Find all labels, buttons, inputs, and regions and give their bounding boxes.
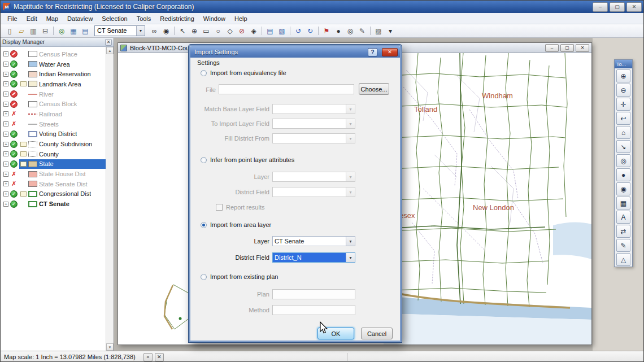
layer-hidden-x-icon[interactable]: ✗	[10, 120, 18, 128]
to-import-layer-field-combo[interactable]: ▾	[272, 119, 355, 129]
layer-hidden-x-icon[interactable]: ✗	[10, 171, 18, 178]
layer-row[interactable]: +✓Landmark Area	[1, 79, 106, 89]
layer-row[interactable]: +✓County	[1, 149, 106, 159]
display-manager-header[interactable]: Display Manager ✕	[1, 38, 114, 47]
layer-visible-check-icon[interactable]: ✓	[10, 141, 18, 148]
layer-row[interactable]: +✓Indian Reservation	[1, 69, 106, 79]
menu-selection[interactable]: Selection	[97, 14, 132, 24]
map-minimize-button[interactable]: –	[545, 44, 559, 52]
map-wizard-icon[interactable]: ◎	[56, 25, 67, 37]
menu-window[interactable]: Window	[199, 14, 230, 24]
clear-selection-icon[interactable]: ⊘	[236, 25, 247, 37]
expand-icon[interactable]: +	[3, 202, 8, 207]
layer-tree-scrollbar[interactable]: ▲ ▼	[106, 47, 114, 351]
minimize-button[interactable]: –	[593, 2, 608, 12]
map-restore-button[interactable]: ▢	[560, 44, 574, 52]
print-icon[interactable]: ⊟	[40, 25, 51, 37]
menu-edit[interactable]: Edit	[22, 14, 42, 24]
os-titlebar[interactable]: M Maptitude for Redistricting (Licensed …	[1, 1, 644, 13]
expand-icon[interactable]: +	[3, 142, 8, 147]
radio-import-from-area-layer[interactable]: Import from area layer	[201, 221, 271, 228]
display-manager-icon[interactable]: ▤	[80, 25, 91, 37]
close-button[interactable]: ✕	[626, 2, 642, 12]
save-icon[interactable]: ▥	[28, 25, 39, 37]
area-tool-icon[interactable]: △	[616, 253, 630, 266]
layer-scale-hidden-icon[interactable]	[10, 101, 18, 108]
zoom-in-tool-icon[interactable]: ⊕	[616, 69, 630, 82]
expand-icon[interactable]: +	[3, 132, 8, 137]
undo-icon[interactable]: ↺	[293, 25, 304, 37]
new-map-icon[interactable]: ▯	[4, 25, 15, 37]
expand-icon[interactable]: +	[3, 111, 8, 116]
chart-icon[interactable]: ▧	[276, 25, 288, 37]
info-tool-icon[interactable]: ◉	[616, 182, 630, 195]
expand-icon[interactable]: +	[3, 91, 8, 97]
expand-icon[interactable]: +	[3, 62, 8, 67]
chevron-down-icon[interactable]: ▾	[346, 253, 355, 262]
layer-row[interactable]: +✓Voting District	[1, 129, 106, 139]
zoom-out-tool-icon[interactable]: ⊖	[616, 84, 630, 97]
expand-icon[interactable]: +	[3, 102, 8, 107]
dataview-tool-icon[interactable]: ▦	[616, 197, 630, 210]
maximize-button[interactable]: ▢	[610, 2, 625, 12]
menu-help[interactable]: Help	[230, 14, 252, 24]
map-close-button[interactable]: ✕	[576, 44, 589, 52]
select-polygon-icon[interactable]: ◇	[224, 25, 236, 37]
layer-visible-check-icon[interactable]: ✓	[10, 190, 18, 198]
layer-visible-check-icon[interactable]: ✓	[10, 71, 18, 78]
locate-icon[interactable]: ◎	[345, 25, 356, 37]
layer-visible-check-icon[interactable]: ✓	[10, 60, 18, 68]
chevron-down-icon[interactable]: ▾	[136, 26, 145, 36]
layer-row[interactable]: +✗State House Dist	[1, 169, 106, 179]
pointer-tool-icon[interactable]: ↖	[177, 25, 188, 37]
radio-infer-from-point-layer[interactable]: Infer from point layer attributes	[201, 156, 294, 163]
file-input[interactable]	[219, 84, 354, 94]
expand-icon[interactable]: +	[3, 162, 8, 167]
ok-button[interactable]: OK	[317, 328, 354, 339]
label-tool-icon[interactable]: A	[616, 211, 630, 224]
layer-row[interactable]: +Census Block	[1, 99, 106, 109]
radio-import-equivalency-file[interactable]: Import from equivalency file	[201, 69, 286, 76]
menu-map[interactable]: Map	[42, 14, 63, 24]
draw-tool-icon[interactable]: ✎	[616, 239, 630, 252]
match-base-layer-field-combo[interactable]: ▾	[272, 104, 355, 114]
cancel-button[interactable]: Cancel	[361, 328, 393, 339]
layer-row[interactable]: +✓Congressional Dist	[1, 189, 106, 199]
statusbar-expand-icon[interactable]: »	[143, 353, 153, 361]
point-layer-combo[interactable]: ▾	[272, 172, 355, 182]
layer-visible-check-icon[interactable]: ✓	[10, 130, 18, 138]
layer-row[interactable]: +✗Streets	[1, 119, 106, 129]
method-input[interactable]	[272, 305, 355, 315]
active-layer-combo[interactable]: CT Senate ▾	[94, 25, 145, 36]
target-icon[interactable]: ●	[333, 25, 344, 37]
report-results-checkbox[interactable]: Report results	[216, 204, 264, 211]
chevron-down-icon[interactable]: ▾	[346, 237, 355, 246]
select-point-icon[interactable]: ⊕	[189, 25, 200, 37]
expand-icon[interactable]: +	[3, 181, 8, 186]
expand-icon[interactable]: +	[3, 172, 8, 177]
radio-import-from-existing-plan[interactable]: Import from existing plan	[201, 273, 278, 280]
statusbar-close-icon[interactable]: ✕	[155, 353, 164, 361]
select-rectangle-icon[interactable]: ▭	[201, 25, 212, 37]
layer-hidden-x-icon[interactable]: ✗	[10, 110, 18, 117]
layer-row[interactable]: +River	[1, 89, 106, 99]
menu-dataview[interactable]: Dataview	[63, 14, 97, 24]
layer-visible-check-icon[interactable]: ✓	[10, 200, 18, 208]
open-file-icon[interactable]: ▱	[16, 25, 27, 37]
more-tools-icon[interactable]: ▾	[385, 25, 396, 37]
pan-tool-icon[interactable]: ✛	[616, 98, 630, 111]
scroll-up-icon[interactable]: ▲	[106, 47, 114, 54]
layer-row[interactable]: +✗State Senate Dist	[1, 179, 106, 189]
previous-view-tool-icon[interactable]: ↩	[616, 112, 630, 125]
zoom-to-selection-icon[interactable]: ◈	[248, 25, 259, 37]
expand-icon[interactable]: +	[3, 51, 8, 56]
tools-palette-title[interactable]: To...	[615, 60, 632, 68]
layer-row[interactable]: +Census Place	[1, 49, 106, 59]
panel-close-icon[interactable]: ✕	[105, 39, 112, 46]
scale-tool-icon[interactable]: ↘	[616, 140, 630, 153]
pin-icon[interactable]: ⚑	[321, 25, 332, 37]
center-tool-icon[interactable]: ◎	[616, 154, 630, 167]
dataview-icon[interactable]: ▤	[264, 25, 276, 37]
layer-visible-check-icon[interactable]: ✓	[10, 160, 18, 168]
layer-row[interactable]: +✓County Subdivision	[1, 139, 106, 149]
